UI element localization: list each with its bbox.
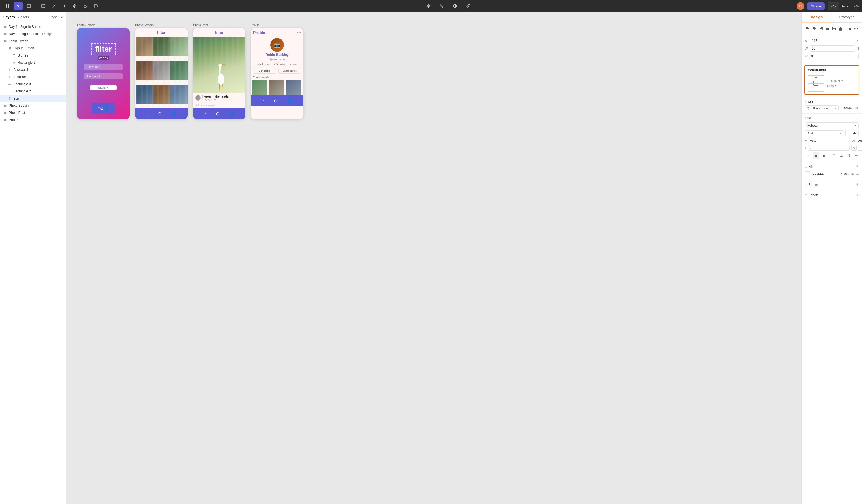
paragraph-spacing-input[interactable] <box>808 145 850 150</box>
align-top-icon[interactable] <box>824 25 830 32</box>
photo-cell-1[interactable] <box>136 37 155 56</box>
effects-add-button[interactable]: + <box>856 192 859 198</box>
align-right-icon[interactable] <box>818 25 824 32</box>
text-tool-button[interactable]: T <box>60 2 69 11</box>
shape-tool-button[interactable] <box>39 2 48 11</box>
x-input[interactable] <box>810 38 855 44</box>
layer-item-password[interactable]: T Password <box>0 66 66 73</box>
opacity-input[interactable] <box>840 106 853 111</box>
visibility-toggle-icon[interactable]: 👁 <box>855 106 859 110</box>
components-library-button[interactable] <box>424 2 433 11</box>
camera-nav-icon[interactable]: ⊙ <box>100 106 104 111</box>
fill-tool-button[interactable] <box>437 2 446 11</box>
text-align-center-btn[interactable]: ☰ <box>813 152 819 159</box>
code-button[interactable]: </> <box>827 2 839 10</box>
layer-item-login[interactable]: ⊞ Login Screen <box>0 38 66 45</box>
zoom-control[interactable]: 57% <box>851 4 859 8</box>
photo-cell-7[interactable] <box>136 85 155 104</box>
camera-nav-icon[interactable]: ⊙ <box>274 98 277 103</box>
share-profile-button[interactable]: Share profile <box>278 68 301 74</box>
canvas[interactable]: Login Screen filter 90 × 49 Username <box>66 12 801 504</box>
username-field[interactable]: Username <box>84 64 123 70</box>
home-nav-icon[interactable]: ⌂ <box>204 111 206 116</box>
camera-nav-icon[interactable]: ⊙ <box>158 111 161 116</box>
text-align-right-btn[interactable]: ≣ <box>820 152 827 159</box>
move-tool-button[interactable] <box>14 2 23 11</box>
page-selector[interactable]: Page 1 ▾ <box>49 15 63 19</box>
photo-cell-4[interactable] <box>136 61 155 80</box>
photo-cell-6[interactable] <box>170 61 187 80</box>
line-height-input[interactable] <box>808 138 850 143</box>
w-input[interactable] <box>810 45 855 52</box>
edit-profile-button[interactable]: Edit profile <box>253 68 276 74</box>
photo-cell-5[interactable] <box>153 61 172 80</box>
layer-item-rect1[interactable]: ▭ Rectangle 1 <box>0 59 66 66</box>
link-tool-button[interactable] <box>464 2 473 11</box>
fill-color-swatch[interactable] <box>805 172 810 177</box>
fill-opacity-value[interactable]: 100% <box>838 173 849 176</box>
layer-item-username[interactable]: T Username <box>0 73 66 80</box>
pen-tool-button[interactable] <box>49 2 58 11</box>
fill-remove-button[interactable]: − <box>857 172 859 176</box>
text-resize-auto-icon[interactable]: A <box>851 145 857 150</box>
home-nav-icon[interactable]: ⌂ <box>261 98 264 103</box>
text-resize-fixed-icon[interactable]: ⇔ <box>858 145 862 150</box>
password-field[interactable]: Password <box>84 73 123 79</box>
rotation-input[interactable] <box>809 53 859 59</box>
layer-item-day3[interactable]: ⊞ Day 3 - Logo and Icon Design <box>0 30 66 38</box>
stroke-add-button[interactable]: + <box>856 182 859 187</box>
photo-post-frame[interactable]: filter <box>193 28 245 119</box>
profile-dots[interactable]: ••• <box>297 30 301 35</box>
profile-nav-icon[interactable]: 👤 <box>287 98 293 103</box>
photo-stream-frame[interactable]: filter <box>135 28 187 119</box>
text-align-left-btn[interactable]: ≡ <box>805 152 811 159</box>
comment-tool-button[interactable] <box>91 2 100 11</box>
layer-item-photo-stream[interactable]: ⊞ Photo Stream <box>0 102 66 109</box>
tab-layers[interactable]: Layers <box>3 14 15 19</box>
layer-item-rect2[interactable]: — Rectangle 2 <box>0 88 66 95</box>
layer-item-rect3[interactable]: — Rectangle 3 <box>0 80 66 88</box>
profile-frame[interactable]: Profile ••• 📷 Robin Buckley @username <box>251 28 303 119</box>
layer-item-filter[interactable]: T filter <box>0 95 66 102</box>
upload-cell-2[interactable] <box>269 80 284 95</box>
align-middle-v-icon[interactable] <box>831 25 837 32</box>
photo-cell-2[interactable] <box>153 37 172 56</box>
font-size-input[interactable] <box>846 130 859 136</box>
tab-prototype[interactable]: Prototype <box>832 12 862 22</box>
text-valign-middle-btn[interactable]: ⊥ <box>838 152 845 159</box>
profile-nav-icon[interactable]: 👤 <box>104 106 109 111</box>
layer-item-signin-text[interactable]: T Sign in <box>0 52 66 59</box>
more-align-icon[interactable] <box>853 25 859 32</box>
vertical-constraint[interactable]: I Top ▾ <box>827 84 843 88</box>
share-button[interactable]: Share <box>807 2 825 10</box>
user-avatar[interactable]: R <box>797 2 805 10</box>
profile-nav-icon[interactable]: 👤 <box>230 111 235 116</box>
tab-assets[interactable]: Assets <box>18 14 29 19</box>
tab-design[interactable]: Design <box>801 12 832 22</box>
camera-nav-icon[interactable]: ⊙ <box>216 111 220 116</box>
app-menu-button[interactable] <box>3 2 12 11</box>
fill-hex-value[interactable]: FFFFFF <box>813 173 836 176</box>
text-valign-top-btn[interactable]: ⊤ <box>831 152 837 159</box>
layer-item-photo-post[interactable]: ⊞ Photo Post <box>0 109 66 116</box>
login-filter-element[interactable]: filter 90 × 49 <box>91 43 116 55</box>
signin-button[interactable]: SIGN IN <box>90 85 117 90</box>
photo-cell-3[interactable] <box>170 37 187 56</box>
font-family-select[interactable]: Roboto ▾ <box>805 122 859 129</box>
photo-cell-9[interactable] <box>170 85 187 104</box>
text-valign-bottom-btn[interactable]: ↧ <box>846 152 853 159</box>
text-add-button[interactable]: :: <box>857 116 859 120</box>
hand-tool-button[interactable] <box>81 2 90 11</box>
align-center-h-icon[interactable] <box>811 25 817 32</box>
layer-item-profile[interactable]: ⊞ Profile <box>0 116 66 123</box>
font-weight-select[interactable]: Bold ▾ <box>805 130 844 136</box>
login-screen-frame[interactable]: filter 90 × 49 Username Password SIGN IN <box>77 28 130 119</box>
photo-cell-8[interactable] <box>153 85 172 104</box>
fill-add-button[interactable]: + <box>856 163 859 169</box>
profile-nav-icon[interactable]: 👤 <box>171 111 177 116</box>
align-left-icon[interactable] <box>805 25 810 32</box>
frame-tool-button[interactable] <box>24 2 33 11</box>
text-more-button[interactable]: ••• <box>854 153 859 158</box>
letter-spacing-input[interactable] <box>856 138 862 143</box>
play-button[interactable]: ▶ ▼ <box>841 3 849 9</box>
